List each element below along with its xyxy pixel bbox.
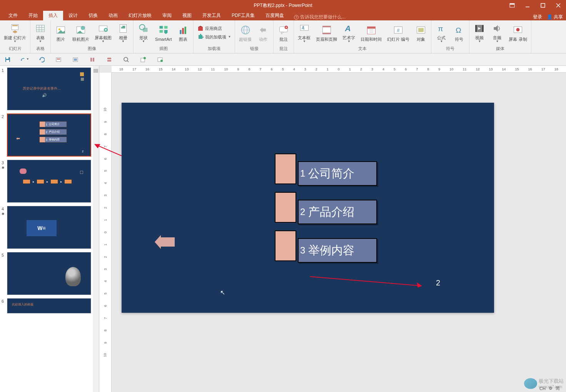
myaddins-button[interactable]: 我的加载项 ▼ [196, 33, 232, 41]
save-button[interactable] [3, 55, 12, 64]
table-button[interactable]: 表格 ▼ [33, 22, 48, 44]
object-button[interactable]: 对象 [413, 23, 429, 43]
watermark-text: 极光下载站 [539, 378, 564, 385]
svg-point-89 [160, 60, 163, 62]
slide-thumb-5[interactable]: 5 [2, 252, 97, 295]
smartart-row-3[interactable]: 3举例内容 [275, 234, 379, 269]
hyperlink-button[interactable]: 超链接 [237, 23, 253, 43]
shapes-button[interactable]: 形状 ▼ [136, 22, 151, 44]
svg-rect-65 [476, 25, 477, 32]
slide1-title: 历史记录中的著名事件… [23, 86, 61, 91]
svg-rect-3 [541, 3, 545, 7]
qat-btn-4[interactable] [54, 55, 63, 64]
slide-thumb-2[interactable]: 2 1 公司简介 2 产品介绍 3 举例内容 ⬅ 2 [2, 113, 97, 157]
tab-animations[interactable]: 动画 [103, 11, 123, 20]
audio-button[interactable]: 音频 ▼ [489, 22, 505, 44]
video-button[interactable]: 视频 ▼ [472, 22, 487, 44]
picture-button[interactable]: 图片 [53, 23, 68, 43]
ribbon: 新建 幻灯片 ▼ 幻灯片 表格 ▼ 表格 图片 联机图片 [0, 20, 566, 53]
qat-btn-9[interactable] [139, 55, 148, 64]
tell-me[interactable]: ?告诉我您想要做什么... [294, 14, 346, 20]
smartart-label: SmartArt [155, 37, 172, 42]
tab-home[interactable]: 开始 [23, 11, 43, 20]
symbol-button[interactable]: Ω 符号 [451, 23, 467, 43]
scrollbar-thumb[interactable] [93, 69, 98, 73]
slide-thumb-4[interactable]: 4✱ W≡ [2, 206, 97, 249]
chart-button[interactable]: 图表 [175, 23, 191, 43]
textbox-button[interactable]: A 文本框 ▼ [296, 22, 312, 44]
window-controls [504, 0, 566, 11]
store-button[interactable]: 应用商店 [196, 25, 232, 32]
row2-text: 产品介绍 [308, 204, 354, 220]
qat-btn-8[interactable] [122, 55, 131, 64]
smartart-row-2[interactable]: 2产品介绍 [275, 195, 379, 230]
tab-insert[interactable]: 插入 [43, 11, 63, 20]
accent-square [275, 192, 296, 223]
close-button[interactable] [551, 0, 566, 11]
qat-btn-7[interactable] [105, 55, 114, 64]
svg-marker-37 [198, 26, 203, 27]
tab-review[interactable]: 审阅 [157, 11, 177, 20]
comment-label: 批注 [279, 37, 288, 42]
smartart-row-1[interactable]: 1公司简介 [275, 157, 379, 192]
comment-button[interactable]: 批注 [276, 23, 291, 43]
datetime-icon [365, 24, 377, 36]
headerfooter-button[interactable]: 页眉和页脚 [314, 23, 339, 43]
screenshot-button[interactable]: 屏幕截图 ▼ [93, 22, 113, 44]
qat-btn-5[interactable] [71, 55, 80, 64]
qat-btn-10[interactable] [155, 55, 165, 64]
slidenum-label: 幻灯片 编号 [387, 37, 409, 42]
tab-view[interactable]: 视图 [177, 11, 197, 20]
tab-slideshow[interactable]: 幻灯片放映 [123, 11, 157, 20]
tab-transitions[interactable]: 切换 [83, 11, 103, 20]
annotation-arrow [310, 274, 429, 290]
slide-thumb-6[interactable]: 6 此处插入的标题 [2, 298, 97, 314]
slide6-title: 此处插入的标题 [12, 302, 33, 307]
slide-number: 4✱ [2, 206, 7, 249]
datetime-label: 日期和时间 [361, 37, 382, 42]
datetime-button[interactable]: 日期和时间 [359, 23, 383, 43]
svg-point-26 [121, 26, 123, 27]
online-picture-label: 联机图片 [72, 37, 89, 42]
wordart-button[interactable]: A 艺术字 ▼ [341, 22, 357, 44]
main-area: 1 历史记录中的著名事件… 🔊 2 1 公司简介 2 产品介绍 3 举例内容 ⬅… [0, 66, 566, 392]
object-label: 对象 [417, 37, 425, 42]
maximize-button[interactable] [535, 0, 551, 11]
undo-button[interactable]: ▼ [20, 55, 29, 64]
slide-thumb-3[interactable]: 3✱ ▸ ▸ ▸ [2, 160, 97, 203]
speaker-icon: 🔊 [42, 93, 47, 97]
qat-btn-6[interactable] [88, 55, 97, 64]
tab-pdf[interactable]: PDF工具集 [226, 11, 260, 20]
puzzle-icon [197, 34, 204, 40]
tab-developer[interactable]: 开发工具 [197, 11, 226, 20]
slidenum-button[interactable]: # 幻灯片 编号 [386, 23, 411, 43]
share-button[interactable]: 👤 共享 [547, 14, 563, 20]
online-picture-button[interactable]: 联机图片 [71, 23, 91, 43]
svg-rect-35 [185, 27, 186, 34]
screenrec-button[interactable]: 屏幕 录制 [507, 23, 528, 43]
tab-file[interactable]: 文件 [3, 11, 23, 20]
audio-icon [491, 22, 503, 35]
redo-button[interactable] [37, 55, 46, 64]
slide-editor[interactable]: 1817161514131211109876543210123456789101… [99, 66, 566, 392]
tab-design[interactable]: 设计 [63, 11, 83, 20]
ribbon-display-options[interactable] [504, 0, 520, 11]
svg-text:A: A [302, 25, 304, 30]
minimize-button[interactable] [520, 0, 535, 11]
word-embed-icon: W≡ [27, 220, 57, 236]
arrow-left-shape[interactable] [161, 237, 175, 247]
slide-canvas[interactable]: 1公司简介 2产品介绍 3举例内容 2 [122, 103, 494, 313]
slide-panel[interactable]: 1 历史记录中的著名事件… 🔊 2 1 公司简介 2 产品介绍 3 举例内容 ⬅… [0, 66, 99, 392]
album-button[interactable]: 相册 ▼ [115, 22, 131, 44]
login-link[interactable]: 登录 [533, 14, 542, 20]
slidepanel-scrollbar[interactable] [93, 66, 99, 392]
action-button[interactable]: 动作 [255, 23, 271, 43]
row1-num: 1 [300, 168, 305, 179]
smartart-button[interactable]: SmartArt [154, 23, 173, 43]
group-comments-label: 批注 [274, 45, 294, 53]
equation-button[interactable]: π 公式 ▼ [434, 22, 449, 44]
new-slide-button[interactable]: 新建 幻灯片 ▼ [2, 22, 28, 44]
slide-thumb-1[interactable]: 1 历史记录中的著名事件… 🔊 [2, 67, 97, 110]
svg-rect-36 [198, 27, 203, 31]
tab-baidu[interactable]: 百度网盘 [260, 11, 289, 20]
